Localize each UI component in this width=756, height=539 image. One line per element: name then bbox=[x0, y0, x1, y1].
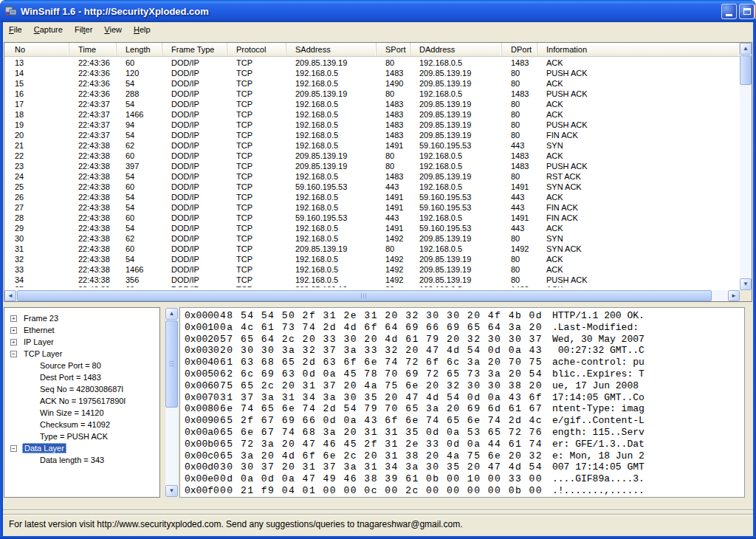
expand-icon[interactable]: + bbox=[10, 327, 17, 334]
tree-child-item[interactable]: Data length = 343 bbox=[4, 454, 159, 466]
hex-bytes: 0d 0a 0d 0a 47 49 46 38 39 61 0b 00 10 0… bbox=[220, 473, 552, 485]
tree-node-label[interactable]: IP Layer bbox=[22, 337, 55, 346]
tree-node-tcp-layer[interactable]: −TCP Layer bbox=[4, 348, 159, 360]
scroll-down-icon[interactable]: ▼ bbox=[165, 485, 178, 497]
hex-view-scrollbar[interactable]: ▲ ▼ bbox=[165, 308, 178, 497]
cell: 192.168.0.5 bbox=[286, 193, 377, 202]
scroll-up-icon[interactable]: ▲ bbox=[165, 308, 178, 320]
column-header-protocol[interactable]: Protocol bbox=[227, 43, 286, 56]
maximize-button[interactable] bbox=[739, 4, 755, 19]
cell: DOD/IP bbox=[162, 120, 227, 129]
table-row[interactable]: 1422:43:36120DOD/IPTCP192.168.0.51483209… bbox=[4, 68, 740, 78]
table-row[interactable]: 1922:43:3794DOD/IPTCP192.168.0.51483209.… bbox=[4, 120, 740, 130]
table-row[interactable]: 2922:43:3854DOD/IPTCP192.168.0.5149159.1… bbox=[4, 223, 740, 233]
tree-child-item[interactable]: Win Size = 14120 bbox=[4, 407, 159, 419]
title-bar[interactable]: WinSniff 1.6 - http://SecurityXploded.co… bbox=[0, 0, 756, 22]
table-row[interactable]: 2022:43:3754DOD/IPTCP192.168.0.51483209.… bbox=[4, 130, 740, 140]
column-header-sport[interactable]: SPort bbox=[377, 43, 410, 56]
expand-icon[interactable]: + bbox=[10, 339, 17, 346]
cell: TCP bbox=[227, 141, 286, 150]
cell: 1483 bbox=[377, 131, 410, 140]
table-row[interactable]: 1822:43:371466DOD/IPTCP192.168.0.5148320… bbox=[4, 109, 740, 120]
table-row[interactable]: 3422:43:38356DOD/IPTCP192.168.0.51492209… bbox=[4, 275, 740, 285]
minimize-button[interactable] bbox=[721, 4, 737, 19]
table-row[interactable]: 2222:43:3860DOD/IPTCP209.85.139.1980192.… bbox=[4, 151, 740, 161]
column-header-frame-type[interactable]: Frame Type bbox=[162, 43, 227, 56]
tree-child-item[interactable]: Source Port = 80 bbox=[4, 360, 159, 371]
scroll-down-icon[interactable]: ▼ bbox=[740, 278, 752, 290]
cell: DOD/IP bbox=[162, 255, 227, 264]
table-row[interactable]: 3522:43:3960DOD/IPTCP209.85.139.1980192.… bbox=[4, 285, 740, 287]
packet-list-horizontal-scrollbar[interactable]: ◄ ► bbox=[4, 290, 740, 301]
hex-bytes: 0a 4c 61 73 74 2d 4d 6f 64 69 66 69 65 6… bbox=[220, 322, 552, 334]
cell: 1483 bbox=[377, 120, 410, 129]
tree-node-label[interactable]: TCP Layer bbox=[22, 349, 63, 358]
menu-item-view[interactable]: View bbox=[98, 24, 128, 35]
tree-node-data-layer[interactable]: −Data Layer bbox=[4, 442, 159, 454]
tree-node-ip-layer[interactable]: +IP Layer bbox=[4, 336, 159, 348]
cell: 20 bbox=[4, 131, 69, 140]
table-row[interactable]: 3022:43:3862DOD/IPTCP192.168.0.51492209.… bbox=[4, 233, 740, 244]
cell: 22:43:37 bbox=[69, 100, 117, 109]
tree-node-frame-23[interactable]: +Frame 23 bbox=[4, 312, 159, 324]
vertical-scroll-thumb[interactable] bbox=[740, 55, 752, 85]
tree-node-label[interactable]: Frame 23 bbox=[22, 314, 60, 323]
scroll-left-icon[interactable]: ◄ bbox=[4, 290, 16, 301]
table-row[interactable]: 3322:43:381466DOD/IPTCP192.168.0.5149220… bbox=[4, 264, 740, 275]
table-row[interactable]: 1522:43:3654DOD/IPTCP192.168.0.51490209.… bbox=[4, 78, 740, 89]
collapse-icon[interactable]: − bbox=[10, 445, 17, 452]
tree-child-item[interactable]: Checksum = 41092 bbox=[4, 419, 159, 430]
collapse-icon[interactable]: − bbox=[10, 351, 17, 357]
cell: 19 bbox=[4, 120, 69, 129]
table-row[interactable]: 1722:43:3754DOD/IPTCP192.168.0.51483209.… bbox=[4, 99, 740, 109]
table-row[interactable]: 2422:43:3854DOD/IPTCP192.168.0.51483209.… bbox=[4, 171, 740, 182]
table-row[interactable]: 1622:43:36288DOD/IPTCP209.85.139.1980192… bbox=[4, 89, 740, 99]
cell: 22:43:38 bbox=[69, 244, 117, 253]
tree-child-item[interactable]: Dest Port = 1483 bbox=[4, 371, 159, 383]
cell: 1466 bbox=[117, 265, 162, 274]
table-row[interactable]: 2622:43:3854DOD/IPTCP192.168.0.5149159.1… bbox=[4, 192, 740, 202]
menu-item-capture[interactable]: Capture bbox=[28, 24, 69, 35]
table-row[interactable]: 2822:43:3860DOD/IPTCP59.160.195.53443192… bbox=[4, 213, 740, 223]
tree-child-item[interactable]: ACK No = 1975617890l bbox=[4, 395, 159, 407]
packet-list-vertical-scrollbar[interactable]: ▲ ▼ bbox=[740, 43, 752, 290]
tree-child-item[interactable]: Seq No = 4280308687l bbox=[4, 383, 159, 395]
table-row[interactable]: 1322:43:3660DOD/IPTCP209.85.139.1980192.… bbox=[4, 58, 740, 68]
table-row[interactable]: 2122:43:3862DOD/IPTCP192.168.0.5149159.1… bbox=[4, 140, 740, 151]
cell: TCP bbox=[227, 69, 286, 78]
scroll-right-icon[interactable]: ► bbox=[728, 290, 740, 301]
cell: 80 bbox=[502, 265, 537, 274]
table-row[interactable]: 3122:43:3860DOD/IPTCP209.85.139.1980192.… bbox=[4, 244, 740, 254]
table-row[interactable]: 2722:43:3854DOD/IPTCP192.168.0.5149159.1… bbox=[4, 202, 740, 213]
tree-child-item[interactable]: Type = PUSH ACK bbox=[4, 430, 159, 442]
cell: 209.85.139.19 bbox=[410, 100, 502, 109]
column-header-length[interactable]: Length bbox=[117, 43, 162, 56]
column-header-dport[interactable]: DPort bbox=[502, 43, 537, 56]
cell: 29 bbox=[4, 224, 69, 233]
vertical-scroll-thumb[interactable] bbox=[165, 320, 178, 408]
cell: DOD/IP bbox=[162, 193, 227, 202]
tree-node-ethernet[interactable]: +Ethernet bbox=[4, 324, 159, 336]
cell: TCP bbox=[227, 172, 286, 181]
column-header-daddress[interactable]: DAddress bbox=[410, 43, 502, 56]
hex-offset: 0x0070 bbox=[185, 392, 220, 404]
table-row[interactable]: 3222:43:3854DOD/IPTCP192.168.0.51492209.… bbox=[4, 254, 740, 264]
menu-item-file[interactable]: File bbox=[3, 24, 28, 35]
cell: 192.168.0.5 bbox=[286, 224, 377, 233]
horizontal-scroll-thumb[interactable] bbox=[17, 290, 712, 301]
menu-item-help[interactable]: Help bbox=[128, 24, 157, 35]
column-header-time[interactable]: Time bbox=[69, 43, 117, 56]
column-header-no[interactable]: No bbox=[4, 43, 69, 56]
expand-icon[interactable]: + bbox=[10, 315, 17, 322]
cell: DOD/IP bbox=[162, 285, 227, 287]
table-row[interactable]: 2522:43:3860DOD/IPTCP59.160.195.53443192… bbox=[4, 182, 740, 192]
column-header-saddress[interactable]: SAddress bbox=[286, 43, 377, 56]
table-row[interactable]: 2322:43:38397DOD/IPTCP209.85.139.1980192… bbox=[4, 161, 740, 171]
tree-node-label[interactable]: Data Layer bbox=[22, 443, 66, 453]
tree-node-label[interactable]: Ethernet bbox=[22, 326, 56, 334]
menu-item-filter[interactable]: Filter bbox=[69, 24, 98, 35]
cell: FIN ACK bbox=[537, 203, 740, 212]
scroll-up-icon[interactable]: ▲ bbox=[740, 43, 752, 55]
cell: 1492 bbox=[377, 265, 410, 274]
column-header-information[interactable]: Information bbox=[537, 43, 740, 56]
